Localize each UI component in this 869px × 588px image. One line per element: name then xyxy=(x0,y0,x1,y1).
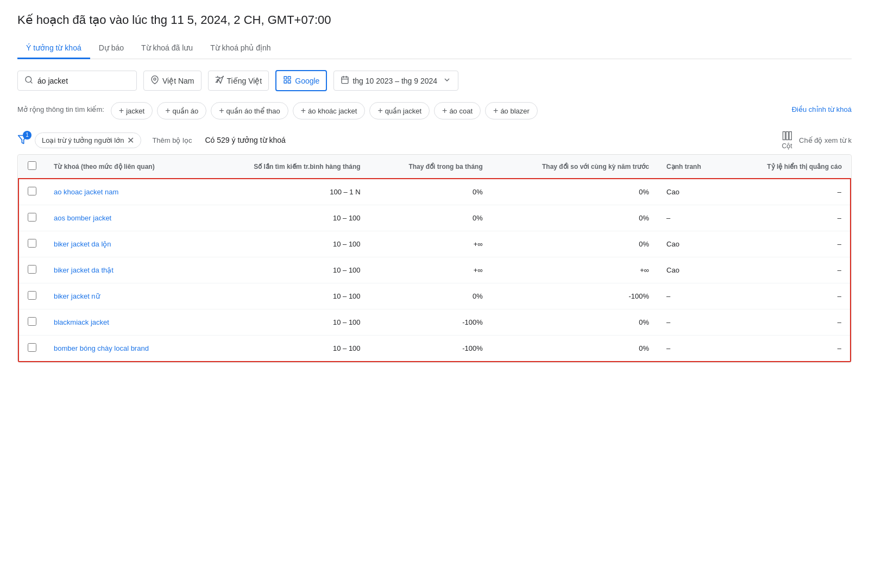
row-three-month-change: 0% xyxy=(369,205,492,231)
row-checkbox[interactable] xyxy=(28,239,36,248)
engine-filter[interactable]: Google xyxy=(275,70,327,91)
table-row: bomber bóng chày local brand 10 – 100 -1… xyxy=(18,336,851,362)
row-yoy-change: 0% xyxy=(492,336,658,362)
row-avg-searches: 10 – 100 xyxy=(203,205,369,231)
row-ad-impression: – xyxy=(727,336,851,362)
row-avg-searches: 100 – 1 N xyxy=(203,179,369,205)
row-checkbox-cell xyxy=(18,205,45,231)
chevron-down-icon xyxy=(443,75,451,86)
row-keyword[interactable]: aos bomber jacket xyxy=(45,205,203,231)
row-keyword[interactable]: ao khoac jacket nam xyxy=(45,179,203,205)
active-filter-chip[interactable]: Loại trừ ý tưởng người lớn ✕ xyxy=(35,132,141,148)
filter-button[interactable]: 1 xyxy=(17,134,28,147)
row-competition: Cao xyxy=(658,179,727,205)
add-filter-button[interactable]: Thêm bộ lọc xyxy=(148,134,196,147)
row-keyword[interactable]: biker jacket nữ xyxy=(45,283,203,309)
tab-saved-keywords[interactable]: Từ khoá đã lưu xyxy=(133,38,201,59)
th-checkbox xyxy=(18,155,45,179)
row-checkbox[interactable] xyxy=(28,291,36,300)
table-row: ao khoac jacket nam 100 – 1 N 0% 0% Cao … xyxy=(18,179,851,205)
row-avg-searches: 10 – 100 xyxy=(203,257,369,283)
search-input[interactable] xyxy=(37,77,114,85)
row-yoy-change: -100% xyxy=(492,283,658,309)
expand-tag-ao-blazer[interactable]: + áo blazer xyxy=(485,102,538,119)
svg-rect-14 xyxy=(789,132,791,140)
expand-tag-quan-jacket[interactable]: + quần jacket xyxy=(369,102,430,119)
page-wrapper: Kế hoạch đã tạo vào lúc thg 11 5, 2024, … xyxy=(0,0,869,376)
row-checkbox-cell xyxy=(18,309,45,336)
select-all-checkbox[interactable] xyxy=(28,161,36,170)
svg-rect-13 xyxy=(786,132,788,140)
svg-point-2 xyxy=(154,78,156,80)
location-label: Việt Nam xyxy=(162,77,194,85)
row-ad-impression: – xyxy=(727,231,851,257)
row-keyword[interactable]: bomber bóng chày local brand xyxy=(45,336,203,362)
expand-tag-label: quần jacket xyxy=(385,107,421,115)
row-three-month-change: +∞ xyxy=(369,257,492,283)
svg-rect-5 xyxy=(284,80,287,83)
svg-rect-12 xyxy=(783,132,785,140)
columns-label: Cột xyxy=(782,142,792,150)
language-filter[interactable]: Tiếng Việt xyxy=(208,71,269,91)
row-checkbox[interactable] xyxy=(28,213,36,222)
row-keyword[interactable]: blackmiack jacket xyxy=(45,309,203,336)
row-checkbox[interactable] xyxy=(28,265,36,274)
location-filter[interactable]: Việt Nam xyxy=(143,71,201,91)
row-avg-searches: 10 – 100 xyxy=(203,336,369,362)
row-three-month-change: +∞ xyxy=(369,231,492,257)
active-filter-label: Loại trừ ý tưởng người lớn xyxy=(42,136,124,144)
expand-tag-ao-khoac-jacket[interactable]: + áo khoác jacket xyxy=(293,102,366,119)
row-checkbox[interactable] xyxy=(28,187,36,195)
engine-label: Google xyxy=(295,77,319,85)
adjust-keywords-link[interactable]: Điều chỉnh từ khoá xyxy=(792,102,852,113)
row-competition: – xyxy=(658,205,727,231)
expand-tag-jacket[interactable]: + jacket xyxy=(111,102,153,119)
row-competition: – xyxy=(658,283,727,309)
expand-tag-quan-ao-the-thao[interactable]: + quần áo thể thao xyxy=(211,102,288,119)
table-header-row: Từ khoá (theo mức độ liên quan) Số lần t… xyxy=(18,155,851,179)
tab-keyword-ideas[interactable]: Ý tưởng từ khoá xyxy=(17,38,90,59)
expand-tag-label: áo blazer xyxy=(500,107,529,115)
row-checkbox-cell xyxy=(18,231,45,257)
table-body: ao khoac jacket nam 100 – 1 N 0% 0% Cao … xyxy=(18,179,851,362)
row-yoy-change: 0% xyxy=(492,179,658,205)
table-row: biker jacket nữ 10 – 100 0% -100% – – xyxy=(18,283,851,309)
search-icon xyxy=(24,75,33,86)
svg-rect-6 xyxy=(288,80,291,83)
filter-icon-wrap: 1 xyxy=(17,134,28,147)
remove-filter-icon[interactable]: ✕ xyxy=(127,135,134,146)
columns-button[interactable]: Cột xyxy=(782,130,792,150)
row-keyword[interactable]: biker jacket da thật xyxy=(45,257,203,283)
tab-negative-keywords[interactable]: Từ khoá phủ định xyxy=(201,38,280,59)
row-checkbox[interactable] xyxy=(28,317,36,326)
toolbar-right: Cột Chế độ xem từ k xyxy=(782,130,852,150)
row-competition: Cao xyxy=(658,257,727,283)
language-label: Tiếng Việt xyxy=(227,77,262,85)
search-box[interactable] xyxy=(17,71,137,91)
tab-forecast[interactable]: Dự báo xyxy=(90,38,133,59)
table-row: blackmiack jacket 10 – 100 -100% 0% – – xyxy=(18,309,851,336)
expand-tag-quan-ao[interactable]: + quần áo xyxy=(157,102,206,119)
expand-tag-label: quần áo thể thao xyxy=(226,107,280,115)
row-checkbox[interactable] xyxy=(28,343,36,352)
plus-icon: + xyxy=(301,106,306,116)
filters-row: Việt Nam Tiếng Việt Google xyxy=(17,70,852,91)
row-three-month-change: 0% xyxy=(369,179,492,205)
row-ad-impression: – xyxy=(727,205,851,231)
location-icon xyxy=(150,75,159,86)
page-title: Kế hoạch đã tạo vào lúc thg 11 5, 2024, … xyxy=(17,13,852,27)
row-keyword[interactable]: biker jacket da lộn xyxy=(45,231,203,257)
expand-tag-label: jacket xyxy=(126,107,144,115)
expand-tag-label: áo khoác jacket xyxy=(308,107,357,115)
th-three-month-change: Thay đổi trong ba tháng xyxy=(369,155,492,179)
row-three-month-change: -100% xyxy=(369,309,492,336)
date-range-filter[interactable]: thg 10 2023 – thg 9 2024 xyxy=(333,71,458,91)
idea-count: Có 529 ý tưởng từ khoá xyxy=(205,136,285,144)
plus-icon: + xyxy=(219,106,224,116)
svg-line-1 xyxy=(30,81,32,83)
row-ad-impression: – xyxy=(727,257,851,283)
table-row: biker jacket da lộn 10 – 100 +∞ 0% Cao – xyxy=(18,231,851,257)
expand-tag-ao-coat[interactable]: + áo coat xyxy=(434,102,481,119)
row-yoy-change: 0% xyxy=(492,309,658,336)
row-yoy-change: 0% xyxy=(492,231,658,257)
